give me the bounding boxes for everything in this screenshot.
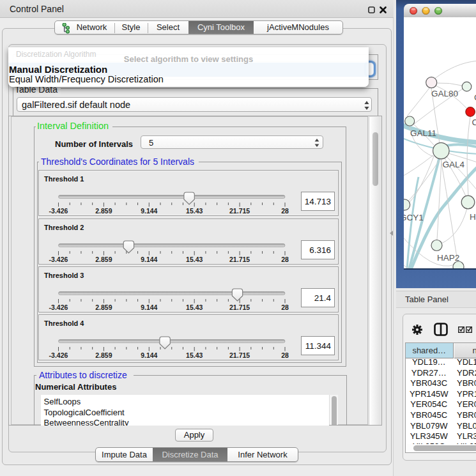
- svg-text:15.43: 15.43: [186, 207, 203, 215]
- svg-text:21.715: 21.715: [229, 207, 250, 215]
- svg-text:HAP2: HAP2: [437, 253, 459, 263]
- svg-text:28: 28: [281, 256, 289, 263]
- svg-text:28: 28: [281, 351, 289, 359]
- svg-text:21.715: 21.715: [229, 351, 250, 359]
- svg-text:21.715: 21.715: [229, 303, 250, 311]
- svg-text:9.144: 9.144: [141, 303, 157, 311]
- svg-text:9.144: 9.144: [141, 351, 157, 359]
- svg-text:2.859: 2.859: [95, 351, 112, 359]
- svg-text:-3.426: -3.426: [49, 207, 68, 215]
- svg-text:21.715: 21.715: [229, 256, 250, 263]
- svg-text:15.43: 15.43: [186, 351, 203, 359]
- svg-text:9.144: 9.144: [141, 207, 157, 215]
- svg-text:-3.426: -3.426: [49, 351, 68, 359]
- svg-text:15.43: 15.43: [186, 303, 203, 311]
- svg-text:15.43: 15.43: [186, 256, 203, 263]
- svg-text:2.859: 2.859: [95, 256, 112, 263]
- svg-text:GCY1: GCY1: [404, 213, 424, 222]
- svg-text:C: C: [472, 118, 476, 127]
- svg-text:2.859: 2.859: [95, 207, 112, 215]
- svg-text:H: H: [470, 212, 476, 222]
- svg-text:28: 28: [281, 303, 289, 311]
- svg-text:-3.426: -3.426: [49, 256, 68, 263]
- svg-text:2.859: 2.859: [95, 303, 112, 311]
- svg-text:9.144: 9.144: [141, 256, 157, 263]
- svg-text:GAL4: GAL4: [443, 160, 465, 169]
- svg-text:GAL80: GAL80: [431, 89, 458, 98]
- svg-text:28: 28: [281, 207, 289, 215]
- svg-text:-3.426: -3.426: [49, 303, 68, 311]
- svg-text:GAL11: GAL11: [410, 128, 436, 138]
